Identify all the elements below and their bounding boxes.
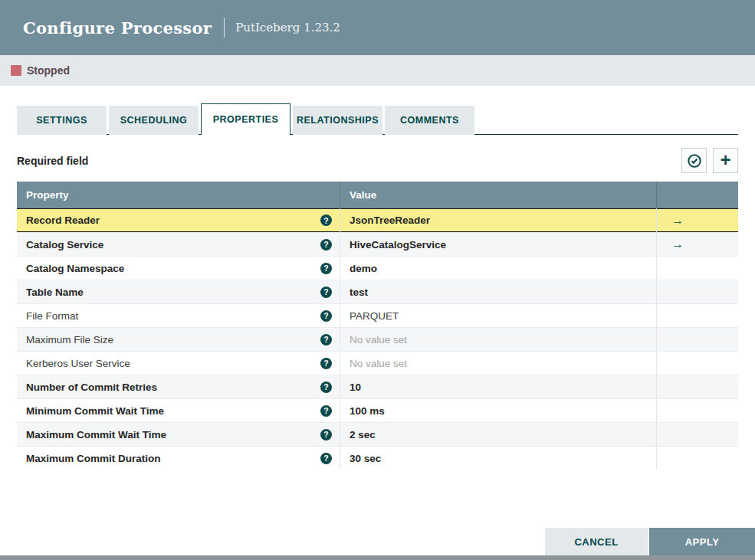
dialog-title: Configure Processor <box>23 18 212 38</box>
actions-cell <box>656 304 738 327</box>
actions-cell: → <box>656 233 738 256</box>
property-value: JsonTreeReader <box>350 215 430 226</box>
table-row[interactable]: Maximum File Size?No value set <box>17 327 738 351</box>
column-header-value: Value <box>340 182 656 208</box>
actions-cell <box>656 352 738 375</box>
property-name: Minimum Commit Wait Time <box>26 405 164 417</box>
table-row[interactable]: Catalog Namespace?demo <box>17 256 738 280</box>
properties-table: Property Value Record Reader?JsonTreeRea… <box>17 182 738 470</box>
actions-cell <box>656 328 738 351</box>
property-value: 100 ms <box>350 405 385 417</box>
tab-relationships[interactable]: RELATIONSHIPS <box>293 106 382 135</box>
property-name: Maximum Commit Duration <box>26 453 161 464</box>
actions-cell: → <box>656 208 738 232</box>
table-row[interactable]: Record Reader?JsonTreeReader→ <box>17 208 738 232</box>
plus-icon: + <box>720 151 730 169</box>
configure-processor-dialog: Configure Processor PutIceberg 1.23.2 St… <box>0 0 755 560</box>
property-cell: Number of Commit Retries? <box>17 375 340 398</box>
title-separator <box>224 18 225 38</box>
value-cell[interactable]: PARQUET <box>340 304 656 327</box>
go-to-service-arrow-icon[interactable]: → <box>671 238 684 251</box>
apply-button[interactable]: APPLY <box>649 528 755 555</box>
help-icon[interactable]: ? <box>320 239 332 251</box>
add-property-button[interactable]: + <box>713 148 738 173</box>
tab-scheduling[interactable]: SCHEDULING <box>109 106 199 135</box>
status-bar: Stopped <box>0 55 755 86</box>
help-icon[interactable]: ? <box>320 263 332 274</box>
table-row[interactable]: Number of Commit Retries?10 <box>17 375 738 398</box>
processor-type-version: PutIceberg 1.23.2 <box>235 21 340 34</box>
value-cell[interactable]: 2 sec <box>340 423 656 446</box>
table-row[interactable]: Kerberos User Service?No value set <box>17 351 738 375</box>
table-row[interactable]: Maximum Commit Wait Time?2 sec <box>17 422 738 446</box>
property-action-buttons: + <box>681 148 738 173</box>
value-cell[interactable]: HiveCatalogService <box>340 233 656 256</box>
property-cell: Record Reader? <box>17 208 340 232</box>
help-icon[interactable]: ? <box>320 405 332 417</box>
property-name: Maximum Commit Wait Time <box>26 429 166 440</box>
table-row[interactable]: Minimum Commit Wait Time?100 ms <box>17 398 738 422</box>
value-cell[interactable]: 30 sec <box>340 447 656 470</box>
property-value: 2 sec <box>350 429 376 440</box>
property-name: Catalog Service <box>26 239 103 251</box>
property-value: 10 <box>350 382 361 393</box>
table-body: Record Reader?JsonTreeReader→Catalog Ser… <box>17 208 738 470</box>
value-cell[interactable]: test <box>340 280 656 303</box>
property-value: 30 sec <box>350 453 381 464</box>
property-cell: Maximum Commit Wait Time? <box>17 423 340 446</box>
value-cell[interactable]: demo <box>340 257 656 280</box>
help-icon[interactable]: ? <box>320 287 332 298</box>
table-header-row: Property Value <box>17 182 738 208</box>
property-value: No value set <box>350 334 407 345</box>
property-cell: Minimum Commit Wait Time? <box>17 399 340 422</box>
table-utility-row: Required field + <box>17 148 738 173</box>
table-row[interactable]: Catalog Service?HiveCatalogService→ <box>17 232 738 256</box>
value-cell[interactable]: 100 ms <box>340 399 656 422</box>
value-cell[interactable]: 10 <box>340 375 656 398</box>
column-header-actions <box>656 182 738 208</box>
property-value: demo <box>350 263 377 274</box>
cancel-button[interactable]: CANCEL <box>545 528 648 555</box>
column-header-property: Property <box>17 182 340 208</box>
property-cell: Catalog Namespace? <box>17 257 340 280</box>
actions-cell <box>656 257 738 280</box>
help-icon[interactable]: ? <box>320 429 332 440</box>
help-icon[interactable]: ? <box>320 310 332 322</box>
property-value: HiveCatalogService <box>350 239 446 251</box>
tab-comments[interactable]: COMMENTS <box>385 106 474 135</box>
property-cell: Maximum Commit Duration? <box>17 447 340 470</box>
tab-settings[interactable]: SETTINGS <box>17 106 107 135</box>
table-row[interactable]: Table Name?test <box>17 280 738 303</box>
value-cell[interactable]: No value set <box>340 352 656 375</box>
actions-cell <box>656 399 738 422</box>
dialog-footer: CANCEL APPLY <box>545 528 755 555</box>
property-name: Table Name <box>26 287 84 298</box>
dialog-content: SETTINGSSCHEDULINGPROPERTIESRELATIONSHIP… <box>0 103 755 470</box>
canvas-background-strip <box>0 555 755 560</box>
verify-properties-button[interactable] <box>681 148 707 173</box>
property-name: Catalog Namespace <box>26 263 124 274</box>
go-to-service-arrow-icon[interactable]: → <box>671 215 684 227</box>
value-cell[interactable]: No value set <box>340 328 656 351</box>
property-cell: Catalog Service? <box>17 233 340 256</box>
table-row[interactable]: File Format?PARQUET <box>17 303 738 327</box>
help-icon[interactable]: ? <box>320 334 332 345</box>
help-icon[interactable]: ? <box>320 382 332 393</box>
actions-cell <box>656 280 738 303</box>
actions-cell <box>656 375 738 398</box>
tab-properties[interactable]: PROPERTIES <box>201 103 291 135</box>
status-label: Stopped <box>27 64 70 77</box>
property-name: Number of Commit Retries <box>26 382 157 393</box>
property-name: Kerberos User Service <box>26 358 130 369</box>
property-name: File Format <box>26 310 78 322</box>
table-row[interactable]: Maximum Commit Duration?30 sec <box>17 446 738 470</box>
help-icon[interactable]: ? <box>320 215 332 226</box>
property-cell: File Format? <box>17 304 340 327</box>
required-field-hint: Required field <box>17 155 88 167</box>
help-icon[interactable]: ? <box>320 358 332 369</box>
stopped-status-icon <box>11 65 21 76</box>
help-icon[interactable]: ? <box>320 453 332 464</box>
property-cell: Kerberos User Service? <box>17 352 340 375</box>
value-cell[interactable]: JsonTreeReader <box>340 208 656 232</box>
property-value: No value set <box>350 358 407 369</box>
